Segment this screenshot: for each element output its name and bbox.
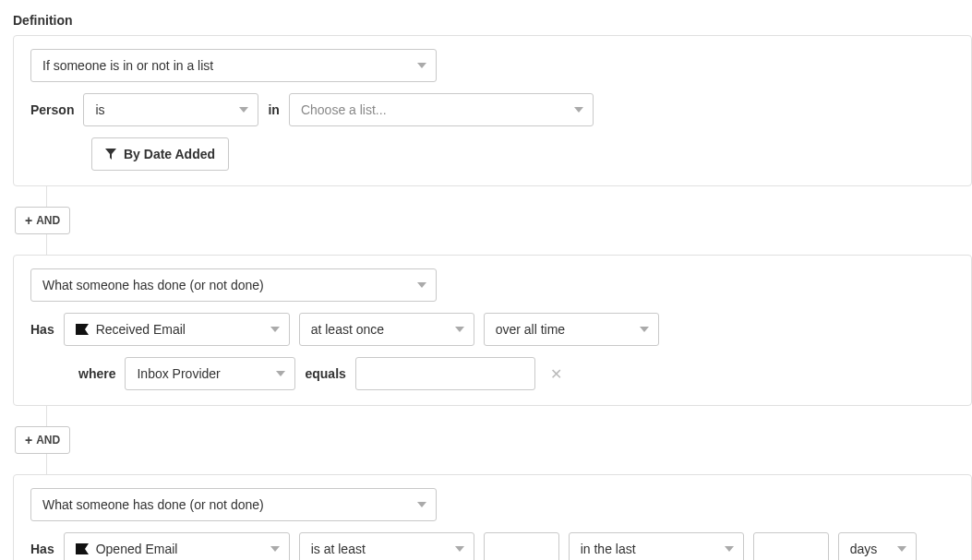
- chevron-down-icon: [270, 325, 280, 334]
- condition-group-2: What someone has done (or not done) Has …: [13, 255, 972, 406]
- by-date-added-label: By Date Added: [124, 147, 215, 161]
- flag-icon: [76, 324, 90, 335]
- metric-select[interactable]: Opened Email: [64, 532, 290, 560]
- metric-value: Opened Email: [96, 542, 178, 556]
- connector-line: [46, 234, 47, 255]
- person-op-select[interactable]: is: [83, 93, 258, 126]
- timeframe-value: over all time: [496, 322, 565, 337]
- list-placeholder: Choose a list...: [301, 102, 387, 117]
- condition-type-label: What someone has done (or not done): [42, 278, 264, 292]
- frequency-value: at least once: [311, 322, 384, 337]
- chevron-down-icon: [455, 325, 464, 334]
- condition-group-1: If someone is in or not in a list Person…: [13, 35, 972, 186]
- timeframe-select[interactable]: over all time: [484, 313, 659, 346]
- timeframe-select[interactable]: in the last: [569, 532, 744, 560]
- and-connector-1: + AND: [13, 186, 972, 255]
- chevron-down-icon: [640, 325, 649, 334]
- definition-header: Definition: [13, 13, 972, 28]
- frequency-value: is at least: [311, 542, 366, 556]
- equals-label: equals: [305, 366, 345, 381]
- filter-field-select[interactable]: Inbox Provider: [125, 357, 295, 390]
- remove-filter-button[interactable]: ✕: [545, 365, 568, 383]
- chevron-down-icon: [417, 61, 426, 70]
- and-label: AND: [36, 214, 60, 227]
- frequency-select[interactable]: at least once: [299, 313, 474, 346]
- filter-value-input[interactable]: [355, 357, 535, 390]
- frequency-count-input[interactable]: [484, 532, 559, 560]
- chevron-down-icon: [417, 280, 426, 290]
- and-label: AND: [36, 434, 60, 447]
- connector-line: [46, 406, 47, 426]
- person-op-value: is: [95, 102, 104, 117]
- condition-type-select[interactable]: What someone has done (or not done): [30, 268, 437, 302]
- flag-icon: [76, 543, 90, 554]
- filter-field-value: Inbox Provider: [137, 366, 220, 381]
- person-label: Person: [30, 102, 74, 117]
- time-unit-select[interactable]: days: [838, 532, 917, 560]
- list-select[interactable]: Choose a list...: [289, 93, 594, 126]
- has-label: Has: [30, 322, 54, 337]
- condition-type-label: What someone has done (or not done): [42, 497, 264, 512]
- chevron-down-icon: [897, 544, 906, 554]
- filter-icon: [105, 149, 116, 160]
- and-button[interactable]: + AND: [15, 207, 70, 234]
- chevron-down-icon: [455, 544, 464, 554]
- and-connector-2: + AND: [13, 406, 972, 474]
- condition-type-select[interactable]: What someone has done (or not done): [30, 488, 437, 521]
- plus-icon: +: [25, 433, 32, 447]
- condition-type-label: If someone is in or not in a list: [42, 58, 213, 73]
- condition-group-3: What someone has done (or not done) Has …: [13, 474, 972, 560]
- time-unit-value: days: [850, 542, 878, 556]
- chevron-down-icon: [725, 544, 734, 554]
- and-button[interactable]: + AND: [15, 426, 70, 454]
- by-date-added-button[interactable]: By Date Added: [91, 137, 229, 171]
- where-label: where: [78, 366, 115, 381]
- timeframe-value-input[interactable]: [753, 532, 829, 560]
- chevron-down-icon: [574, 105, 583, 114]
- in-label: in: [268, 102, 279, 117]
- metric-value: Received Email: [96, 322, 186, 337]
- connector-line: [46, 454, 47, 474]
- chevron-down-icon: [239, 105, 248, 114]
- metric-select[interactable]: Received Email: [64, 313, 290, 346]
- frequency-select[interactable]: is at least: [299, 532, 474, 560]
- condition-type-select[interactable]: If someone is in or not in a list: [30, 49, 437, 82]
- chevron-down-icon: [276, 369, 285, 378]
- plus-icon: +: [25, 213, 32, 228]
- connector-line: [46, 186, 47, 207]
- has-label: Has: [30, 542, 54, 556]
- chevron-down-icon: [270, 544, 280, 554]
- chevron-down-icon: [417, 500, 426, 509]
- timeframe-value: in the last: [581, 542, 636, 556]
